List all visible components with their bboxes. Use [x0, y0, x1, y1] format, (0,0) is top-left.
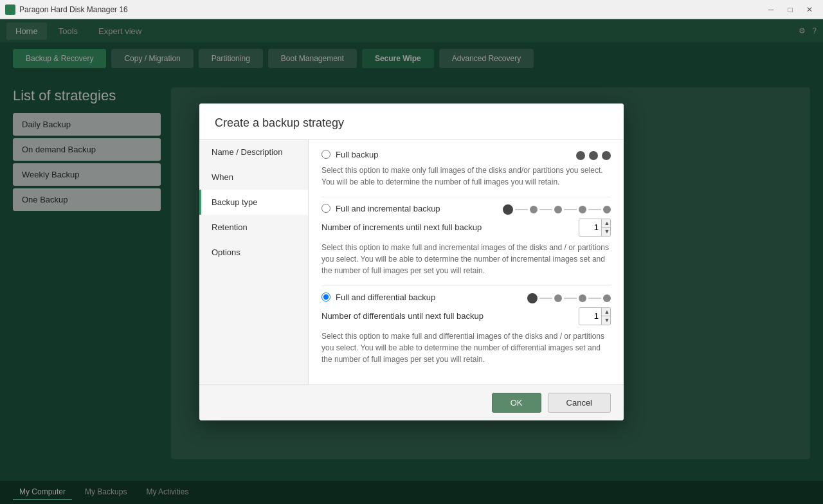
- dialog-nav-name[interactable]: Name / Description: [199, 140, 308, 165]
- title-bar-text: Paragon Hard Disk Manager 16: [19, 5, 763, 14]
- increments-label: Number of increments until next full bac…: [321, 222, 482, 232]
- dialog-footer: OK Cancel: [199, 384, 624, 420]
- create-strategy-dialog: Create a backup strategy Name / Descript…: [199, 104, 624, 420]
- dialog-sidebar: Name / Description When Backup type Rete…: [199, 140, 309, 384]
- sv-l2: [539, 209, 552, 210]
- differential-backup-label[interactable]: Full and differential backup: [336, 292, 435, 302]
- differentials-label: Number of differentials until next full …: [321, 311, 484, 321]
- viz-circle-3: [602, 151, 611, 160]
- increments-input[interactable]: 1: [579, 219, 601, 236]
- dv-c2: [554, 294, 562, 302]
- differentials-down[interactable]: ▼: [602, 316, 611, 325]
- full-backup-section: Full backup Select this option to make o…: [321, 150, 611, 188]
- increments-spinner[interactable]: 1 ▲ ▼: [579, 219, 611, 237]
- dialog-nav-when[interactable]: When: [199, 165, 308, 190]
- differential-backup-section: Full and differential backup: [321, 292, 611, 365]
- differentials-option-row: Number of differentials until next full …: [321, 307, 611, 325]
- dv-c3: [579, 294, 586, 302]
- modal-overlay: Create a backup strategy Name / Descript…: [0, 19, 823, 504]
- incremental-backup-radio[interactable]: [321, 204, 330, 213]
- dv-l3: [588, 298, 601, 299]
- sep-1: [321, 197, 611, 197]
- dialog-nav-backup-type[interactable]: Backup type: [199, 190, 308, 215]
- increments-spinner-btns: ▲ ▼: [601, 219, 611, 236]
- app-icon: [5, 4, 15, 15]
- dv-c1: [527, 293, 538, 303]
- sv-c2: [530, 206, 538, 213]
- differential-backup-radio[interactable]: [321, 292, 330, 302]
- differentials-spinner-btns: ▲ ▼: [601, 308, 611, 325]
- app-background: Home Tools Expert view ⚙ ? Backup & Reco…: [0, 19, 823, 504]
- differential-radio-row: Full and differential backup: [321, 292, 435, 302]
- ok-button[interactable]: OK: [492, 393, 541, 413]
- full-backup-radio-row: Full backup: [321, 150, 378, 159]
- full-backup-label[interactable]: Full backup: [336, 150, 378, 159]
- incremental-viz: [503, 204, 611, 215]
- full-backup-viz: [576, 151, 611, 160]
- incremental-backup-label[interactable]: Full and incremental backup: [336, 204, 440, 213]
- differentials-input[interactable]: 1: [579, 308, 601, 325]
- incremental-radio-row: Full and incremental backup: [321, 204, 440, 213]
- dv-l1: [539, 298, 552, 299]
- dialog-main-content: Full backup Select this option to make o…: [309, 140, 624, 384]
- viz-circle-2: [589, 151, 598, 160]
- viz-circle-1: [576, 151, 585, 160]
- sv-c5: [603, 206, 611, 213]
- close-button[interactable]: ✕: [801, 3, 818, 16]
- dv-c4: [603, 294, 611, 302]
- title-bar-controls: ─ □ ✕: [763, 3, 818, 16]
- minimize-button[interactable]: ─: [763, 3, 779, 16]
- title-bar: Paragon Hard Disk Manager 16 ─ □ ✕: [0, 0, 823, 19]
- increments-down[interactable]: ▼: [602, 228, 611, 236]
- incremental-desc: Select this option to make full and incr…: [321, 242, 611, 276]
- sv-c4: [579, 206, 586, 213]
- sv-c3: [554, 206, 562, 213]
- increments-up[interactable]: ▲: [602, 219, 611, 228]
- cancel-button[interactable]: Cancel: [548, 393, 611, 413]
- differential-viz: [527, 293, 611, 303]
- dialog-title: Create a backup strategy: [199, 104, 624, 140]
- sep-2: [321, 285, 611, 286]
- sv-l3: [564, 209, 577, 210]
- full-backup-desc: Select this option to make only full ima…: [321, 165, 611, 188]
- incremental-backup-section: Full and incremental backup: [321, 204, 611, 276]
- full-backup-radio[interactable]: [321, 150, 330, 159]
- sv-l1: [515, 209, 528, 210]
- differentials-up[interactable]: ▲: [602, 308, 611, 316]
- differential-desc: Select this option to make full and diff…: [321, 330, 611, 365]
- sv-l4: [588, 209, 601, 210]
- dialog-nav-retention[interactable]: Retention: [199, 215, 308, 240]
- sv-c1: [503, 204, 513, 215]
- dialog-nav-options[interactable]: Options: [199, 240, 308, 265]
- differentials-spinner[interactable]: 1 ▲ ▼: [579, 307, 611, 325]
- dv-l2: [564, 298, 577, 299]
- maximize-button[interactable]: □: [782, 3, 799, 16]
- dialog-body: Name / Description When Backup type Rete…: [199, 140, 624, 384]
- increments-option-row: Number of increments until next full bac…: [321, 219, 611, 237]
